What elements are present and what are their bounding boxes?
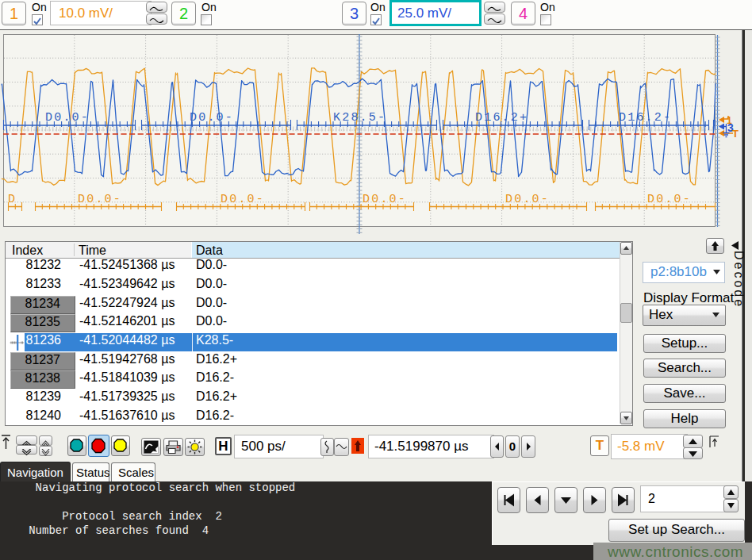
svg-text:D0.0-: D0.0- — [505, 193, 550, 206]
svg-text:D16.2-: D16.2- — [619, 111, 672, 125]
svg-text:T: T — [732, 128, 739, 140]
svg-text:D0.0-: D0.0- — [190, 111, 234, 125]
svg-text:D: D — [8, 193, 17, 206]
svg-text:K28.5-: K28.5- — [333, 111, 386, 125]
svg-text:D0.0-: D0.0- — [78, 193, 122, 206]
svg-text:D0.0-: D0.0- — [363, 193, 407, 206]
svg-text:D0.0-: D0.0- — [45, 111, 90, 125]
svg-text:D16.2+: D16.2+ — [475, 111, 528, 125]
svg-text:D0.0-: D0.0- — [647, 193, 692, 206]
svg-text:D0.0-: D0.0- — [221, 193, 265, 206]
